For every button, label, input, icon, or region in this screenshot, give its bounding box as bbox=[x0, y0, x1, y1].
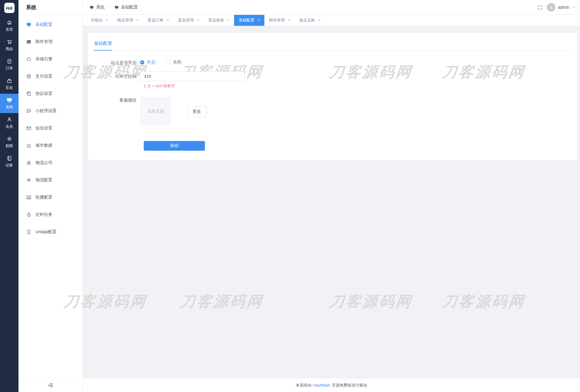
copy-document-icon bbox=[26, 91, 32, 96]
open-tabs-bar: 控制台× 商品管理× 盲盒订单× 盲盒管理× 盲盒标签× 基础配置× 附件管理×… bbox=[83, 15, 580, 26]
rail-item-label: 系统 bbox=[6, 105, 13, 110]
submenu-item-logistics-company[interactable]: 物流公司 bbox=[18, 154, 82, 171]
basic-config-card: 基础配置 站点是否开启 开启 关闭 bbox=[88, 32, 578, 160]
card-tab-basic-config[interactable]: 基础配置 bbox=[94, 41, 112, 51]
box-icon bbox=[6, 78, 12, 84]
breadcrumb: 系统 基础配置 bbox=[89, 5, 138, 10]
rail-item-label: 订单 bbox=[6, 66, 13, 71]
submenu-item-scheduled-tasks[interactable]: 定时任务 bbox=[18, 206, 82, 223]
phone-icon bbox=[26, 229, 32, 235]
submenu-item-attachments[interactable]: 附件管理 bbox=[18, 33, 82, 50]
close-icon[interactable]: × bbox=[318, 18, 320, 22]
username: admin bbox=[558, 5, 569, 10]
avatar: a bbox=[547, 3, 555, 12]
user-menu[interactable]: a admin bbox=[547, 3, 576, 12]
close-icon[interactable]: × bbox=[258, 18, 260, 22]
rail-item-goods[interactable]: 商品 bbox=[0, 35, 18, 55]
radio-site-on[interactable]: 开启 bbox=[140, 60, 155, 65]
footer-text-prefix: 本系统由 bbox=[296, 383, 311, 388]
cloud-icon bbox=[26, 56, 32, 62]
rail-item-members[interactable]: 会员 bbox=[0, 113, 18, 132]
timer-icon bbox=[26, 212, 32, 217]
coin-ratio-input[interactable] bbox=[140, 71, 245, 81]
sidebar-collapse-button[interactable] bbox=[18, 378, 82, 392]
picture-icon bbox=[26, 39, 32, 45]
change-image-button[interactable]: 更改 bbox=[187, 106, 206, 117]
home-icon bbox=[6, 19, 12, 25]
rail-item-label: 商品 bbox=[6, 46, 13, 52]
picture-outline-icon bbox=[26, 195, 32, 200]
page-footer: 本系统由 HashMart 开源免费版强力驱动 bbox=[83, 378, 580, 392]
submenu-item-city-data[interactable]: 城市数据 bbox=[18, 137, 82, 154]
user-icon bbox=[6, 116, 12, 122]
breadcrumb-item-system[interactable]: 系统 bbox=[89, 5, 105, 10]
rail-item-records[interactable]: 记录 bbox=[0, 152, 18, 171]
rail-item-label: 首页 bbox=[6, 27, 13, 32]
tab-console[interactable]: 控制台× bbox=[86, 15, 113, 26]
content-area: 基础配置 站点是否开启 开启 关闭 bbox=[83, 26, 580, 378]
submenu-item-carousel[interactable]: 轮播配置 bbox=[18, 189, 82, 206]
tab-goods-management[interactable]: 商品管理× bbox=[113, 15, 143, 26]
rail-item-label: 盲盒 bbox=[6, 85, 13, 90]
close-icon[interactable]: × bbox=[227, 18, 230, 22]
mail-icon bbox=[26, 126, 32, 131]
radio-icon bbox=[166, 60, 170, 65]
footer-link[interactable]: HashMart bbox=[313, 383, 330, 387]
order-icon bbox=[6, 58, 12, 64]
notebook-icon bbox=[6, 155, 12, 161]
main-area: 系统 基础配置 a admin 控制台× 商品管理× 盲盒订单× 盲盒管理× 盲… bbox=[83, 0, 580, 392]
monitor-icon bbox=[114, 5, 119, 10]
submenu-item-payment[interactable]: 支付设置 bbox=[18, 68, 82, 85]
app-logo[interactable]: HA bbox=[4, 3, 15, 13]
submenu-item-logistics-config[interactable]: 物流配置 bbox=[18, 171, 82, 189]
service-wechat-row: 客服微信 加载失败 更改 bbox=[94, 97, 571, 126]
close-icon[interactable]: × bbox=[288, 18, 290, 22]
site-switch-row: 站点是否开启 开启 关闭 bbox=[94, 60, 571, 66]
site-switch-label: 站点是否开启 bbox=[94, 60, 140, 66]
rail-item-label: 记录 bbox=[6, 163, 13, 168]
rail-item-label: 权限 bbox=[6, 143, 13, 149]
footer-text-suffix: 开源免费版强力驱动 bbox=[332, 383, 367, 388]
close-icon[interactable]: × bbox=[197, 18, 199, 22]
rail-item-home[interactable]: 首页 bbox=[0, 16, 18, 35]
radio-site-off[interactable]: 关闭 bbox=[166, 60, 181, 65]
rail-item-system[interactable]: 系统 bbox=[0, 94, 18, 113]
submenu-item-agreement[interactable]: 协议设置 bbox=[18, 85, 82, 102]
collapse-menu-icon bbox=[48, 383, 53, 388]
breadcrumb-item-basic-config[interactable]: 基础配置 bbox=[114, 5, 138, 10]
submenu-item-uniapp-config[interactable]: uniapp配置 bbox=[18, 223, 82, 240]
submenu-item-storage[interactable]: 存储引擎 bbox=[18, 50, 82, 68]
submenu-item-miniprogram[interactable]: 小程序设置 bbox=[18, 102, 82, 119]
rail-item-permissions[interactable]: 权限 bbox=[0, 132, 18, 152]
top-header: 系统 基础配置 a admin bbox=[83, 0, 580, 15]
chevron-down-icon bbox=[572, 5, 576, 9]
tab-basic-config[interactable]: 基础配置× bbox=[234, 15, 264, 26]
coin-ratio-row: 哈希币比例 bbox=[94, 71, 571, 81]
basic-config-form: 站点是否开启 开启 关闭 哈希币比例 bbox=[94, 51, 571, 151]
tab-prize-exchange[interactable]: 奖品兑换× bbox=[295, 15, 325, 26]
icon-rail: HA 首页 商品 订单 盲盒 系统 会员 权限 记录 bbox=[0, 0, 18, 392]
ship-icon bbox=[26, 160, 32, 166]
submenu-item-basic-config[interactable]: 基础配置 bbox=[18, 16, 82, 33]
close-icon[interactable]: × bbox=[167, 18, 169, 22]
tab-attachments[interactable]: 附件管理× bbox=[264, 15, 295, 26]
rail-item-orders[interactable]: 订单 bbox=[0, 55, 18, 74]
close-icon[interactable]: × bbox=[136, 18, 139, 22]
wechat-qr-image[interactable]: 加载失败 bbox=[140, 97, 171, 126]
close-icon[interactable]: × bbox=[106, 18, 108, 22]
coin-ratio-label: 哈希币比例 bbox=[94, 71, 140, 81]
save-button[interactable]: 保存 bbox=[144, 141, 205, 151]
coin-ratio-hint: 1 元 = 410 哈希币 bbox=[144, 84, 571, 89]
gear-icon bbox=[26, 177, 32, 183]
card-tab-header: 基础配置 bbox=[94, 41, 571, 51]
rail-item-label: 会员 bbox=[6, 124, 13, 129]
submenu-title: 系统 bbox=[18, 0, 82, 15]
submenu-item-sms[interactable]: 短信设置 bbox=[18, 119, 82, 137]
monitor-icon bbox=[6, 97, 12, 103]
fullscreen-icon[interactable] bbox=[538, 5, 543, 10]
tab-blindbox-management[interactable]: 盲盒管理× bbox=[173, 15, 204, 26]
tab-blindbox-tags[interactable]: 盲盒标签× bbox=[204, 15, 234, 26]
house-icon bbox=[26, 143, 32, 148]
tab-blindbox-orders[interactable]: 盲盒订单× bbox=[143, 15, 173, 26]
rail-item-blindbox[interactable]: 盲盒 bbox=[0, 74, 18, 94]
